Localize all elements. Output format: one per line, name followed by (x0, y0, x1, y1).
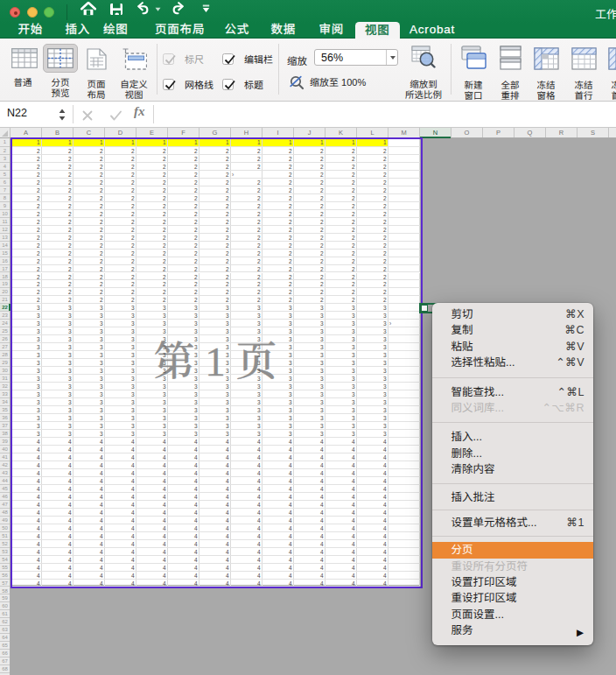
tab-acrobat[interactable]: Acrobat (410, 24, 455, 39)
ribbon-divider (451, 44, 452, 95)
ribbon-divider (157, 44, 158, 95)
new-window-button[interactable]: 新建 窗口 (458, 46, 488, 101)
menu-item-insert-page-break[interactable]: 分页 (432, 542, 594, 558)
freeze-top-row-button[interactable]: 冻结 首行 (570, 46, 597, 101)
row-header-68[interactable]: 68 (0, 665, 10, 673)
tab-data[interactable]: 数据 (271, 24, 297, 39)
redo-icon[interactable] (171, 2, 185, 15)
undo-icon[interactable] (136, 2, 150, 15)
zoom-to-selection-icon (411, 46, 436, 69)
formula-bar-label: 编辑栏 (244, 52, 273, 66)
menu-item-paste[interactable]: 粘贴⌘V (432, 339, 594, 355)
column-header-F[interactable]: F (168, 128, 200, 137)
freeze-panes-icon (534, 47, 559, 70)
menu-item-smart-lookup[interactable]: 智能查找...⌃⌘L (432, 384, 594, 400)
menu-separator (432, 377, 594, 378)
ruler-checkbox[interactable]: 标尺 (163, 52, 204, 66)
zoom-combobox[interactable]: 56% (314, 49, 398, 66)
custom-views-button[interactable]: 自定义 视图 (116, 44, 152, 100)
minimize-button[interactable] (27, 7, 38, 18)
column-header-R[interactable]: R (546, 128, 578, 137)
freeze-first-column-button[interactable]: 冻结 首列 (607, 46, 616, 101)
custom-views-icon (121, 48, 147, 70)
page-layout-view-button[interactable]: 页面 布局 (80, 44, 112, 100)
normal-view-button[interactable]: 普通 (7, 44, 38, 88)
tab-formulas[interactable]: 公式 (225, 24, 250, 39)
freeze-top-row-icon (571, 47, 597, 70)
page-break-border (10, 137, 423, 588)
tab-home[interactable]: 开始 (18, 24, 44, 39)
menu-item-insert-comment[interactable]: 插入批注 (432, 489, 594, 505)
menu-item-services[interactable]: 服务▶ (432, 622, 594, 638)
column-header-O[interactable]: O (452, 128, 483, 137)
menu-item-paste-special[interactable]: 选择性粘贴...⌃⌘V (432, 355, 594, 370)
column-header-E[interactable]: E (136, 128, 168, 137)
menu-item-delete[interactable]: 删除... (432, 446, 594, 461)
menu-separator (432, 483, 594, 484)
column-header-N[interactable]: N (420, 128, 452, 137)
home-icon[interactable] (80, 2, 96, 16)
column-header-S[interactable]: S (578, 128, 609, 137)
headings-checkbox[interactable]: 标题 (222, 77, 263, 91)
toolbar-overflow-icon[interactable] (202, 4, 210, 13)
zoom-label: 缩放 (287, 53, 307, 67)
insert-function-icon[interactable]: fx (134, 104, 145, 119)
zoom-100-button[interactable]: 缩放至 100% (289, 74, 366, 91)
menu-item-cut[interactable]: 剪切⌘X (432, 306, 594, 322)
tab-review[interactable]: 审阅 (319, 24, 345, 39)
column-header-B[interactable]: B (42, 128, 74, 137)
column-header-I[interactable]: I (262, 128, 294, 137)
page-layout-view-icon (87, 48, 107, 70)
freeze-panes-button[interactable]: 冻结 窗格 (533, 46, 559, 101)
column-header-M[interactable]: M (388, 128, 420, 137)
column-header-J[interactable]: J (294, 128, 326, 137)
zoom-to-selection-button[interactable]: 缩放到 所选比例 (404, 46, 443, 100)
name-box[interactable]: N22 (7, 107, 27, 119)
tab-draw[interactable]: 绘图 (103, 24, 129, 39)
menu-item-clear-contents[interactable]: 清除内容 (432, 461, 594, 477)
tab-insert[interactable]: 插入 (66, 24, 91, 39)
column-header-D[interactable]: D (105, 128, 136, 137)
gridlines-label: 网格线 (185, 77, 214, 91)
menu-shortcut: ⌘X (565, 306, 584, 322)
active-cell-handle[interactable] (421, 305, 429, 313)
menu-item-reset-print-area[interactable]: 重设打印区域 (432, 590, 594, 606)
arrange-all-button[interactable]: 全部 重排 (499, 46, 522, 101)
menu-item-insert[interactable]: 插入... (432, 429, 594, 445)
column-header-H[interactable]: H (231, 128, 262, 137)
menu-shortcut: ⌃⌘L (557, 384, 584, 400)
menu-shortcut: ⌘V (565, 339, 584, 355)
column-header-P[interactable]: P (483, 128, 514, 137)
menu-item-format-cells[interactable]: 设置单元格格式...⌘1 (432, 515, 594, 531)
freeze-first-column-label: 冻结 首列 (607, 81, 616, 101)
normal-view-label: 普通 (7, 78, 38, 88)
formula-bar-checkbox[interactable]: 编辑栏 (222, 52, 273, 66)
column-header-C[interactable]: C (74, 128, 105, 137)
zoom-100-label: 缩放至 100% (310, 78, 366, 88)
menu-item-set-print-area[interactable]: 设置打印区域 (432, 574, 594, 590)
cancel-icon[interactable] (81, 109, 94, 122)
zoom-button[interactable] (44, 7, 54, 18)
enter-icon[interactable] (109, 109, 122, 122)
save-icon[interactable] (109, 3, 123, 16)
gridlines-checkbox[interactable]: 网格线 (163, 77, 214, 91)
new-window-icon (461, 46, 486, 70)
menu-shortcut: ⌘1 (567, 515, 584, 531)
zoom-dropdown-arrow[interactable] (386, 50, 397, 65)
tab-view[interactable]: 视图 (355, 22, 400, 39)
select-all-corner[interactable] (0, 128, 10, 137)
new-window-label: 新建 窗口 (458, 81, 488, 101)
page-break-preview-button[interactable]: 分页 预览 (43, 44, 78, 98)
menu-item-page-setup[interactable]: 页面设置... (432, 607, 594, 622)
column-header-L[interactable]: L (357, 128, 388, 137)
tab-page-layout[interactable]: 页面布局 (155, 24, 205, 39)
column-header-A[interactable]: A (10, 128, 42, 137)
column-header-Q[interactable]: Q (514, 128, 546, 137)
undo-dropdown-icon[interactable] (155, 7, 161, 12)
name-box-spinner[interactable] (58, 107, 66, 123)
page-break-preview-icon (47, 48, 74, 68)
column-header-G[interactable]: G (200, 128, 231, 137)
column-header-K[interactable]: K (326, 128, 357, 137)
menu-item-copy[interactable]: 复制⌘C (432, 322, 594, 338)
close-button[interactable] (10, 7, 20, 18)
